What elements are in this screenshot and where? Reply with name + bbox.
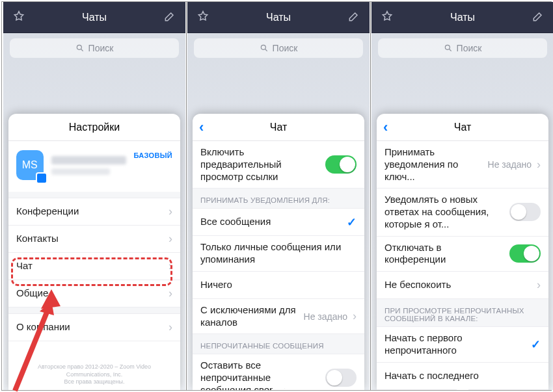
chevron-right-icon: › xyxy=(169,287,172,300)
row-mute-in-meeting[interactable]: Отключать в конференции xyxy=(377,237,548,272)
toggle-link-preview[interactable] xyxy=(325,155,357,174)
topbar-title: Чаты xyxy=(82,12,107,23)
plan-badge: БАЗОВЫЙ xyxy=(134,151,172,159)
zoom-badge-icon xyxy=(36,172,47,184)
toggle[interactable] xyxy=(509,244,541,263)
topbar-title: Чаты xyxy=(450,12,475,23)
search-icon xyxy=(444,44,453,53)
search-input[interactable]: Поиск xyxy=(10,38,179,58)
compose-icon[interactable] xyxy=(347,10,360,25)
search-input[interactable]: Поиск xyxy=(194,38,363,58)
svg-point-2 xyxy=(445,45,450,49)
chevron-right-icon: › xyxy=(169,205,172,218)
row-do-not-disturb[interactable]: Не беспокоить› xyxy=(377,272,548,299)
sheet-title: Настройки xyxy=(8,114,180,141)
profile-info xyxy=(51,156,126,175)
back-button[interactable]: ‹ xyxy=(383,120,388,135)
chevron-right-icon: › xyxy=(537,278,541,292)
chevron-right-icon: › xyxy=(537,158,541,172)
settings-item-chat[interactable]: Чат› xyxy=(8,253,180,280)
topbar: Чаты xyxy=(371,2,553,33)
profile-row[interactable]: MS БАЗОВЫЙ xyxy=(8,141,180,192)
row-keyword-notifications[interactable]: Принимать уведомления по ключ... Не зада… xyxy=(377,141,548,189)
option-only-private[interactable]: Только личные сообщения или упоминания xyxy=(193,236,364,272)
section-unread-channel: ПРИ ПРОСМОТРЕ НЕПРОЧИТАННЫХ СООБЩЕНИЙ В … xyxy=(377,299,548,327)
screen-chat-settings-2: Чаты Поиск ‹ Чат Принимать уведомления п… xyxy=(371,2,553,390)
settings-item-about[interactable]: О компании› xyxy=(8,314,180,341)
option-nothing[interactable]: Ничего xyxy=(193,272,364,299)
search-icon xyxy=(260,44,269,53)
favorites-icon[interactable] xyxy=(196,10,209,25)
check-icon: ✓ xyxy=(531,337,541,352)
settings-item-general[interactable]: Общие› xyxy=(8,280,180,307)
favorites-icon[interactable] xyxy=(381,10,394,25)
toggle[interactable] xyxy=(325,369,357,387)
chevron-right-icon: › xyxy=(169,232,172,246)
compose-icon[interactable] xyxy=(163,10,176,25)
chevron-right-icon: › xyxy=(353,309,357,323)
search-placeholder: Поиск xyxy=(88,43,114,53)
settings-sheet: Настройки MS БАЗОВЫЙ Конференции› Контак… xyxy=(8,114,180,390)
sheet-title: Чат xyxy=(270,122,288,133)
chat-sheet: ‹ Чат Включить предварительный просмотр … xyxy=(193,114,364,390)
option-start-first-unread[interactable]: Начать с первого непрочитанного✓ xyxy=(377,327,548,363)
row-notify-replies[interactable]: Уведомлять о новых ответах на сообщения,… xyxy=(377,189,548,236)
favorites-icon[interactable] xyxy=(12,10,25,25)
search-input[interactable]: Поиск xyxy=(378,38,547,58)
toggle[interactable] xyxy=(509,203,541,221)
compose-icon[interactable] xyxy=(532,10,545,25)
avatar: MS xyxy=(16,150,44,180)
chat-sheet-2: ‹ Чат Принимать уведомления по ключ... Н… xyxy=(377,114,548,390)
svg-point-1 xyxy=(261,45,265,49)
copyright-footer: Авторское право 2012-2020 – Zoom Video C… xyxy=(8,363,180,386)
search-icon xyxy=(75,44,85,53)
svg-point-0 xyxy=(77,45,81,49)
settings-item-contacts[interactable]: Контакты› xyxy=(8,226,180,253)
section-receive-notifications: ПРИНИМАТЬ УВЕДОМЛЕНИЯ ДЛЯ: xyxy=(193,189,364,209)
option-all-messages[interactable]: Все сообщения✓ xyxy=(193,209,364,236)
screen-chat-settings-1: Чаты Поиск ‹ Чат Включить предварительны… xyxy=(187,2,370,390)
topbar-title: Чаты xyxy=(266,12,291,23)
screen-settings: Чаты Поиск Настройки MS БАЗОВЫЙ xyxy=(3,2,185,390)
check-icon: ✓ xyxy=(347,215,357,229)
topbar: Чаты xyxy=(3,2,185,33)
settings-item-conferences[interactable]: Конференции› xyxy=(8,198,180,226)
topbar: Чаты xyxy=(187,2,370,33)
chevron-right-icon: › xyxy=(169,259,172,273)
row-channel-exceptions[interactable]: С исключениями для каналов Не задано › xyxy=(193,299,364,335)
section-unread-messages: НЕПРОЧИТАННЫЕ СООБЩЕНИЯ xyxy=(193,334,364,354)
row-link-preview[interactable]: Включить предварительный просмотр ссылки xyxy=(193,141,364,189)
sheet-title: Чат xyxy=(454,122,472,133)
back-button[interactable]: ‹ xyxy=(199,120,204,135)
chevron-right-icon: › xyxy=(169,320,172,334)
